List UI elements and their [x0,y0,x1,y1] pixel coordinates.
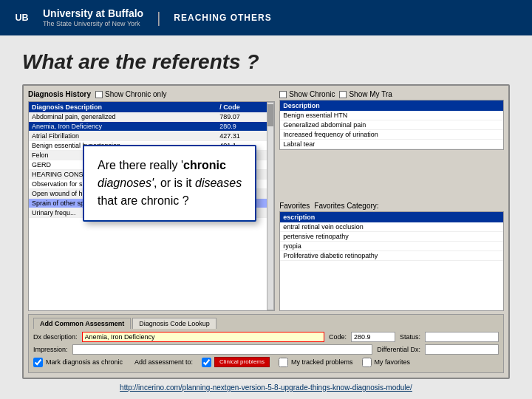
page-header: UB University at Buffalo The State Unive… [0,0,532,35]
fav-row-0[interactable]: entral retinal vein occlusion [280,222,503,232]
show-chronic-only-label[interactable]: Show Chronic only [95,90,166,98]
tab-diagnosis-code-lookup[interactable]: Diagnosis Code Lookup [132,318,216,329]
diagnosis-row-0[interactable]: Abdominal pain, generalized 789.07 [29,112,274,122]
show-my-tra-text: Show My Tra [349,90,392,98]
show-chronic-only-text: Show Chronic only [105,90,166,98]
svg-text:UB: UB [16,13,29,23]
show-chronic-label[interactable]: Show Chronic [279,90,335,98]
row-desc-1: Anemia, Iron Deficiency [32,123,219,130]
mark-chronic-row: Mark diagnosis as chronic Add assessment… [33,357,499,367]
clinical-problems-button[interactable]: Clinical problems [214,357,270,367]
right-top-header-row: Description [280,100,503,111]
right-col-description: Description [283,102,500,109]
diagnosis-row-1[interactable]: Anemia, Iron Deficiency 280.9 [29,122,274,132]
show-chronic-text: Show Chronic [289,90,335,98]
dx-description-row: Dx description: Code: Status: [33,332,499,342]
popup-word-chronic: chronic [183,159,226,171]
favorites-label: Favorites [279,202,310,210]
show-my-tra-label[interactable]: Show My Tra [339,90,392,98]
favorites-header: Favorites Favorites Category: [279,202,504,210]
diff-dx-input[interactable] [425,344,499,355]
dx-label: Dx description: [33,333,78,341]
popup-italic-diagnoses: diagnoses' [98,177,154,189]
url-text: http://incerino.com/planning-nextgen-ver… [120,383,412,392]
popup-dialog: Are there really 'chronic diagnoses', or… [83,145,256,222]
university-logo: UB University at Buffalo The State Unive… [12,4,143,31]
page-title: What are the referents ? [22,50,510,74]
diagnosis-history-title: Diagnosis History [28,90,91,98]
diagnosis-row-2[interactable]: Atrial Fibrillation 427.31 [29,132,274,141]
my-favorites-label[interactable]: My favorites [362,358,411,367]
form-tabs: Add Common Assessment Diagnosis Code Loo… [33,318,499,329]
main-content: What are the referents ? Diagnosis Histo… [0,35,532,399]
show-chronic-only-checkbox[interactable] [95,91,103,98]
right-top-panel: Show Chronic Show My Tra Description Ben… [279,90,504,200]
clinical-problems-checkbox[interactable] [202,358,211,367]
row-desc-0: Abdominal pain, generalized [32,113,219,120]
header-tagline: REACHING OTHERS [174,13,271,23]
header-divider: | [157,10,160,27]
mark-chronic-text: Mark diagnosis as chronic [46,358,123,366]
diff-dx-label: Differential Dx: [377,346,420,353]
left-panel-header: Diagnosis History Show Chronic only [28,90,275,98]
row-code-0: 789.07 [219,113,271,120]
add-assessment-label: Add assessment to: [134,358,193,366]
favorites-table-header-row: escription [280,212,503,222]
favorites-table: escription entral retinal vein occlusion… [279,211,504,312]
my-tracked-checkbox[interactable] [279,358,288,367]
show-chronic-checkbox[interactable] [279,91,287,98]
url-bar[interactable]: http://incerino.com/planning-nextgen-ver… [22,383,510,392]
code-label: Code: [329,333,347,341]
my-favorites-checkbox[interactable] [362,358,372,367]
row-desc-2: Atrial Fibrillation [32,132,219,140]
right-panel: Show Chronic Show My Tra Description Ben… [279,90,504,311]
popup-text: Are there really 'chronic diagnoses', or… [98,157,242,210]
fav-row-1[interactable]: pertensive retinopathy [280,232,503,242]
favorites-col-desc: escription [283,214,500,221]
right-row-1[interactable]: Generalized abdominal pain [280,120,503,130]
right-top-table: Description Benign essential HTN General… [279,100,504,150]
right-bottom-panel: Favorites Favorites Category: escription… [279,202,504,312]
mark-chronic-label[interactable]: Mark diagnosis as chronic [33,358,123,367]
university-subtitle: The State University of New York [43,20,143,29]
code-input[interactable] [351,332,395,342]
show-my-tra-checkbox[interactable] [339,91,347,98]
right-row-3[interactable]: Labral tear [280,140,503,149]
tab-add-common-assessment[interactable]: Add Common Assessment [33,318,131,329]
fav-row-2[interactable]: ryopia [280,242,503,251]
impression-row: Impression: Differential Dx: [33,344,499,355]
left-scrollbar[interactable] [267,102,274,310]
dx-input[interactable] [82,332,324,342]
popup-italic-diseases: diseases [195,177,242,189]
col-description: Diagnosis Description [32,103,219,111]
bottom-form: Add Common Assessment Diagnosis Code Loo… [28,314,504,373]
impression-label: Impression: [33,346,68,353]
favorites-category-label: Favorites Category: [314,202,378,210]
emr-panel: Diagnosis History Show Chronic only Diag… [22,84,510,379]
my-tracked-label[interactable]: My tracked problems [279,358,353,367]
col-code: / Code [219,103,271,111]
status-label: Status: [400,333,420,341]
right-row-2[interactable]: Increased frequency of urination [280,130,503,140]
university-name: University at Buffalo [43,7,143,19]
right-row-0[interactable]: Benign essential HTN [280,111,503,120]
ub-logo-icon: UB [12,4,38,31]
right-top-header: Show Chronic Show My Tra [279,90,504,98]
my-tracked-text: My tracked problems [291,358,353,366]
status-input[interactable] [425,332,499,342]
university-name-block: University at Buffalo The State Universi… [43,7,143,29]
left-scrollbar-thumb[interactable] [267,104,273,126]
row-code-2: 427.31 [219,132,271,140]
my-favorites-text: My favorites [375,358,411,366]
diagnosis-table-header: Diagnosis Description / Code [29,102,274,112]
impression-input[interactable] [72,344,373,355]
row-code-1: 280.9 [219,123,271,130]
mark-chronic-checkbox[interactable] [33,358,43,367]
clinical-problems-label[interactable]: Clinical problems [202,357,270,367]
fav-row-3[interactable]: Proliferative diabetic retinopathy [280,251,503,261]
